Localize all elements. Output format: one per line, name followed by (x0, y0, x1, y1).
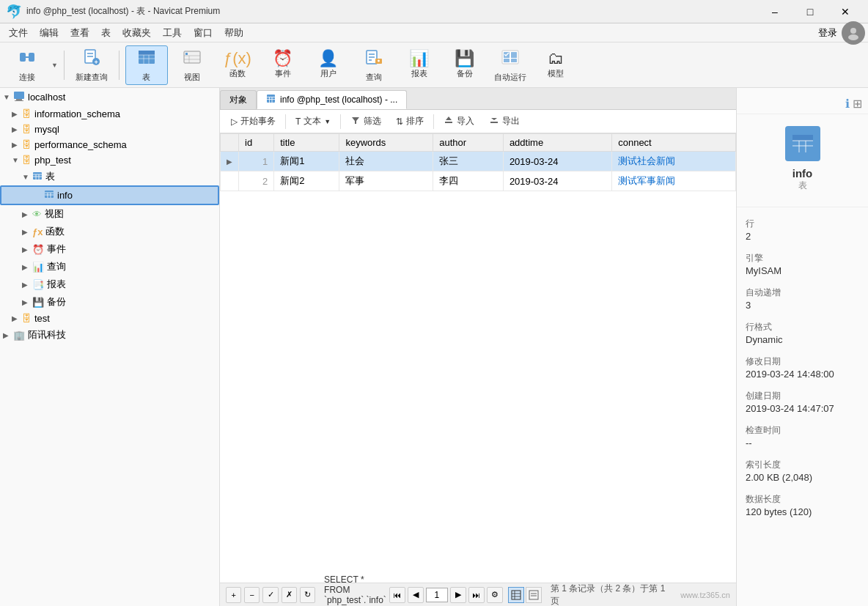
filter-button[interactable]: 筛选 (344, 113, 388, 130)
add-row-button[interactable]: + (226, 587, 241, 603)
toolbar-event[interactable]: ⏰ 事件 (262, 45, 304, 85)
menu-tools[interactable]: 工具 (157, 25, 188, 41)
cell-id-2: 2 (239, 171, 274, 191)
refresh-button[interactable]: ↻ (300, 587, 315, 603)
cancel-button[interactable]: ✗ (282, 587, 297, 603)
page-number-input[interactable] (426, 588, 448, 602)
view-toggle (508, 587, 542, 603)
sidebar-item-localhost[interactable]: ▼ localhost (0, 88, 219, 106)
minimize-button[interactable]: – (758, 0, 792, 23)
toolbar2-divider-2 (340, 114, 341, 129)
report-icon: 📊 (409, 51, 429, 67)
text-button[interactable]: T 文本 ▼ (289, 113, 337, 130)
query-group-icon: 📊 (32, 262, 44, 273)
maximize-button[interactable]: □ (793, 0, 827, 23)
menu-file[interactable]: 文件 (3, 25, 34, 41)
event-group-label: 事件 (47, 243, 66, 256)
toolbar-view[interactable]: 视图 (171, 45, 213, 85)
sidebar-item-performance-schema[interactable]: ▶ 🗄 performance_schema (0, 137, 219, 152)
page-prev-button[interactable]: ◀ (408, 587, 424, 603)
view-icon (182, 47, 202, 70)
connect-dropdown-arrow[interactable]: ▼ (51, 62, 58, 69)
toolbar-function[interactable]: ƒ(x) 函数 (216, 45, 259, 85)
tab-objects[interactable]: 对象 (220, 90, 257, 109)
toolbar-model[interactable]: 🗂 模型 (534, 45, 577, 85)
sidebar-item-test[interactable]: ▶ 🗄 test (0, 311, 219, 326)
row-indicator-1: ▶ (221, 152, 239, 171)
event-icon: ⏰ (273, 51, 293, 67)
toolbar-new-query[interactable]: + 新建查询 (70, 45, 113, 85)
toolbar-divider-2 (119, 51, 119, 80)
sort-button[interactable]: ⇅ 排序 (389, 113, 430, 130)
page-settings-button[interactable]: ⚙ (487, 587, 503, 603)
toolbar-table[interactable]: 表 (125, 45, 168, 85)
th-keywords[interactable]: keywords (339, 134, 433, 152)
login-area[interactable]: 登录 (818, 21, 865, 45)
cell-id-1: 1 (239, 152, 274, 171)
close-button[interactable]: ✕ (828, 0, 862, 23)
sidebar-item-backup-group[interactable]: ▶ 💾 备份 (0, 293, 219, 311)
arrow-table-group: ▼ (22, 173, 32, 181)
page-last-button[interactable]: ⏭ (468, 587, 485, 603)
export-button[interactable]: 导出 (482, 113, 526, 130)
report-group-icon: 📑 (32, 279, 44, 290)
arrow-report-group: ▶ (22, 281, 32, 289)
page-next-button[interactable]: ▶ (450, 587, 466, 603)
menu-edit[interactable]: 编辑 (34, 25, 65, 41)
report-label: 报表 (411, 68, 427, 79)
toolbar-user[interactable]: 👤 用户 (307, 45, 350, 85)
sidebar-item-event-group[interactable]: ▶ ⏰ 事件 (0, 240, 219, 258)
th-id[interactable]: id (239, 134, 274, 152)
sidebar-item-func-group[interactable]: ▶ ƒx 函数 (0, 223, 219, 240)
connect-icon (17, 47, 37, 70)
begin-transaction-button[interactable]: ▷ 开始事务 (224, 113, 282, 130)
toolbar-connect[interactable]: 连接 (6, 45, 48, 85)
toolbar-report[interactable]: 📊 报表 (398, 45, 441, 85)
menu-favorites[interactable]: 收藏夹 (117, 25, 157, 41)
sidebar-item-report-group[interactable]: ▶ 📑 报表 (0, 276, 219, 293)
toolbar-autorun[interactable]: 自动运行 (489, 45, 532, 85)
menu-help[interactable]: 帮助 (218, 25, 249, 41)
table-row[interactable]: ▶ 1 新闻1 社会 张三 2019-03-24 测试社会新闻 (221, 152, 736, 171)
sidebar-item-information-schema[interactable]: ▶ 🗄 information_schema (0, 106, 219, 122)
info-icon[interactable]: ℹ (845, 97, 850, 111)
menu-table[interactable]: 表 (95, 25, 117, 41)
th-author[interactable]: author (433, 134, 504, 152)
import-button[interactable]: 导入 (437, 113, 481, 130)
menu-window[interactable]: 窗口 (188, 25, 218, 41)
grid-view-button[interactable] (508, 587, 524, 603)
toolbar-query[interactable]: 查询 (353, 45, 395, 85)
event-group-icon: ⏰ (32, 244, 44, 255)
sidebar-item-query-group[interactable]: ▶ 📊 查询 (0, 258, 219, 276)
check-button[interactable]: ✓ (262, 587, 278, 603)
svg-rect-11 (139, 51, 155, 55)
tab-info-table[interactable]: info @php_test (localhost) - ... (257, 90, 407, 109)
svg-rect-35 (15, 100, 23, 101)
sidebar-item-company[interactable]: ▶ 🏢 陌讯科技 (0, 326, 219, 344)
main-layout: ▼ localhost ▶ 🗄 information_schema ▶ 🗄 m… (0, 88, 868, 606)
page-first-button[interactable]: ⏮ (389, 587, 405, 603)
svg-text:+: + (94, 59, 98, 66)
rp-created-section: 创建日期 2019-03-24 14:47:07 (737, 383, 868, 417)
sidebar-item-table-group[interactable]: ▼ 表 (0, 168, 219, 185)
th-addtime[interactable]: addtime (503, 134, 611, 152)
collapse-icon[interactable]: ⊞ (853, 97, 862, 111)
tab-bar: 对象 info @php_test (localhost) - ... (220, 88, 736, 110)
event-label: 事件 (275, 68, 291, 79)
sidebar-item-php-test[interactable]: ▼ 🗄 php_test (0, 152, 219, 168)
th-connect[interactable]: connect (612, 134, 736, 152)
th-title[interactable]: title (274, 134, 339, 152)
svg-rect-20 (185, 53, 188, 55)
sidebar-item-info-table[interactable]: info (0, 185, 219, 205)
sidebar-item-mysql[interactable]: ▶ 🗄 mysql (0, 122, 219, 137)
toolbar-backup[interactable]: 💾 备份 (444, 45, 486, 85)
delete-row-button[interactable]: − (244, 587, 260, 603)
menu-bar: 文件 编辑 查看 表 收藏夹 工具 窗口 帮助 登录 (0, 23, 868, 43)
menu-view[interactable]: 查看 (65, 25, 95, 41)
table-row[interactable]: 2 新闻2 军事 李四 2019-03-24 测试军事新闻 (221, 171, 736, 191)
form-view-button[interactable] (526, 587, 542, 603)
test-label: test (34, 313, 50, 324)
sidebar-item-view-group[interactable]: ▶ 👁 视图 (0, 205, 219, 223)
tab-objects-label: 对象 (229, 94, 247, 106)
rp-created-label: 创建日期 (746, 390, 859, 402)
